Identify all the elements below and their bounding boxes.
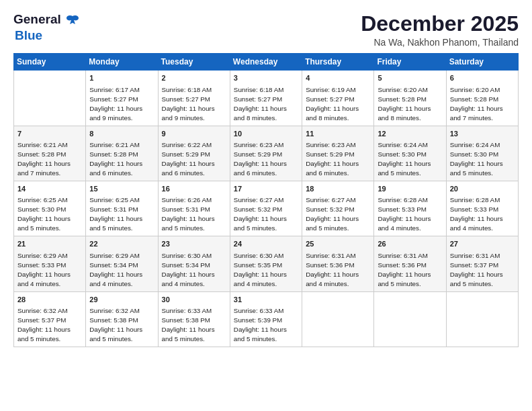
- day-number: 10: [234, 129, 298, 139]
- main-title: December 2025: [361, 12, 519, 36]
- calendar-cell: 19Sunrise: 6:28 AMSunset: 5:33 PMDayligh…: [374, 181, 446, 236]
- cell-info: Sunrise: 6:27 AMSunset: 5:32 PMDaylight:…: [306, 196, 359, 232]
- day-number: 5: [378, 73, 442, 83]
- day-number: 16: [162, 184, 226, 194]
- page: General Blue December 2025 Na Wa, Nakhon…: [0, 0, 532, 411]
- day-number: 18: [306, 184, 370, 194]
- day-header-monday: Monday: [86, 54, 158, 71]
- day-number: 23: [162, 239, 226, 249]
- day-number: 9: [162, 129, 226, 139]
- day-number: 20: [450, 184, 515, 194]
- day-header-saturday: Saturday: [446, 54, 518, 71]
- calendar-cell: 29Sunrise: 6:32 AMSunset: 5:38 PMDayligh…: [86, 291, 158, 347]
- day-number: 2: [162, 73, 226, 83]
- cell-info: Sunrise: 6:28 AMSunset: 5:33 PMDaylight:…: [378, 196, 431, 232]
- cell-info: Sunrise: 6:18 AMSunset: 5:27 PMDaylight:…: [162, 86, 215, 122]
- calendar-cell: 25Sunrise: 6:31 AMSunset: 5:36 PMDayligh…: [302, 236, 374, 291]
- calendar-cell: 3Sunrise: 6:18 AMSunset: 5:27 PMDaylight…: [230, 71, 302, 126]
- day-header-tuesday: Tuesday: [158, 54, 230, 71]
- day-number: 22: [89, 239, 154, 249]
- calendar-cell: 16Sunrise: 6:26 AMSunset: 5:31 PMDayligh…: [158, 181, 230, 236]
- calendar-cell: 11Sunrise: 6:23 AMSunset: 5:29 PMDayligh…: [302, 126, 374, 181]
- cell-info: Sunrise: 6:29 AMSunset: 5:33 PMDaylight:…: [17, 252, 71, 287]
- subtitle: Na Wa, Nakhon Phanom, Thailand: [361, 37, 519, 48]
- cell-info: Sunrise: 6:28 AMSunset: 5:33 PMDaylight:…: [450, 196, 503, 232]
- header-row: SundayMondayTuesdayWednesdayThursdayFrid…: [14, 54, 519, 71]
- day-number: 21: [17, 239, 82, 249]
- day-number: 15: [89, 184, 154, 194]
- cell-info: Sunrise: 6:25 AMSunset: 5:30 PMDaylight:…: [17, 196, 71, 232]
- week-row-4: 21Sunrise: 6:29 AMSunset: 5:33 PMDayligh…: [14, 236, 519, 291]
- cell-info: Sunrise: 6:32 AMSunset: 5:38 PMDaylight:…: [89, 307, 142, 342]
- calendar-cell: 31Sunrise: 6:33 AMSunset: 5:39 PMDayligh…: [230, 291, 302, 347]
- day-number: 19: [378, 184, 442, 194]
- calendar-cell: 13Sunrise: 6:24 AMSunset: 5:30 PMDayligh…: [446, 126, 518, 181]
- calendar-cell: 12Sunrise: 6:24 AMSunset: 5:30 PMDayligh…: [374, 126, 446, 181]
- calendar-cell: 5Sunrise: 6:20 AMSunset: 5:28 PMDaylight…: [374, 71, 446, 126]
- day-header-sunday: Sunday: [14, 54, 86, 71]
- logo-blue: Blue: [15, 28, 42, 42]
- calendar-cell: [374, 291, 446, 347]
- calendar-cell: 1Sunrise: 6:17 AMSunset: 5:27 PMDaylight…: [86, 71, 158, 126]
- cell-info: Sunrise: 6:19 AMSunset: 5:27 PMDaylight:…: [306, 86, 359, 122]
- cell-info: Sunrise: 6:32 AMSunset: 5:37 PMDaylight:…: [17, 307, 71, 342]
- week-row-1: 1Sunrise: 6:17 AMSunset: 5:27 PMDaylight…: [14, 71, 519, 126]
- day-number: 29: [89, 295, 154, 305]
- cell-info: Sunrise: 6:20 AMSunset: 5:28 PMDaylight:…: [378, 86, 431, 122]
- cell-info: Sunrise: 6:25 AMSunset: 5:31 PMDaylight:…: [89, 196, 142, 232]
- day-number: 13: [450, 129, 515, 139]
- logo: General Blue: [13, 12, 80, 43]
- cell-info: Sunrise: 6:24 AMSunset: 5:30 PMDaylight:…: [378, 141, 431, 177]
- calendar-cell: 10Sunrise: 6:23 AMSunset: 5:29 PMDayligh…: [230, 126, 302, 181]
- cell-info: Sunrise: 6:30 AMSunset: 5:35 PMDaylight:…: [234, 252, 287, 287]
- cell-info: Sunrise: 6:30 AMSunset: 5:34 PMDaylight:…: [162, 252, 215, 287]
- calendar-cell: 22Sunrise: 6:29 AMSunset: 5:34 PMDayligh…: [86, 236, 158, 291]
- calendar-cell: 4Sunrise: 6:19 AMSunset: 5:27 PMDaylight…: [302, 71, 374, 126]
- day-number: 12: [378, 129, 442, 139]
- day-number: 8: [89, 129, 154, 139]
- title-section: December 2025 Na Wa, Nakhon Phanom, Thai…: [361, 12, 519, 48]
- logo-general: General: [13, 12, 61, 26]
- day-number: 27: [450, 239, 515, 249]
- calendar-cell: 2Sunrise: 6:18 AMSunset: 5:27 PMDaylight…: [158, 71, 230, 126]
- cell-info: Sunrise: 6:26 AMSunset: 5:31 PMDaylight:…: [162, 196, 215, 232]
- logo-bird-icon: [65, 13, 80, 28]
- day-header-thursday: Thursday: [302, 54, 374, 71]
- day-number: 17: [234, 184, 298, 194]
- calendar-cell: 21Sunrise: 6:29 AMSunset: 5:33 PMDayligh…: [14, 236, 86, 291]
- day-number: 1: [89, 73, 154, 83]
- day-header-friday: Friday: [374, 54, 446, 71]
- week-row-5: 28Sunrise: 6:32 AMSunset: 5:37 PMDayligh…: [14, 291, 519, 347]
- day-number: 24: [234, 239, 298, 249]
- day-number: 6: [450, 73, 515, 83]
- week-row-3: 14Sunrise: 6:25 AMSunset: 5:30 PMDayligh…: [14, 181, 519, 236]
- cell-info: Sunrise: 6:33 AMSunset: 5:38 PMDaylight:…: [162, 307, 215, 342]
- calendar-cell: [302, 291, 374, 347]
- calendar-cell: 15Sunrise: 6:25 AMSunset: 5:31 PMDayligh…: [86, 181, 158, 236]
- cell-info: Sunrise: 6:17 AMSunset: 5:27 PMDaylight:…: [89, 86, 142, 122]
- cell-info: Sunrise: 6:31 AMSunset: 5:36 PMDaylight:…: [378, 252, 431, 287]
- day-number: 14: [17, 184, 82, 194]
- cell-info: Sunrise: 6:23 AMSunset: 5:29 PMDaylight:…: [234, 141, 287, 177]
- cell-info: Sunrise: 6:31 AMSunset: 5:36 PMDaylight:…: [306, 252, 359, 287]
- calendar-cell: 7Sunrise: 6:21 AMSunset: 5:28 PMDaylight…: [14, 126, 86, 181]
- cell-info: Sunrise: 6:21 AMSunset: 5:28 PMDaylight:…: [17, 141, 71, 177]
- day-number: 11: [306, 129, 370, 139]
- cell-info: Sunrise: 6:27 AMSunset: 5:32 PMDaylight:…: [234, 196, 287, 232]
- calendar-cell: 24Sunrise: 6:30 AMSunset: 5:35 PMDayligh…: [230, 236, 302, 291]
- cell-info: Sunrise: 6:20 AMSunset: 5:28 PMDaylight:…: [450, 86, 503, 122]
- calendar-cell: [446, 291, 518, 347]
- calendar-cell: 30Sunrise: 6:33 AMSunset: 5:38 PMDayligh…: [158, 291, 230, 347]
- calendar-cell: 28Sunrise: 6:32 AMSunset: 5:37 PMDayligh…: [14, 291, 86, 347]
- calendar-cell: 18Sunrise: 6:27 AMSunset: 5:32 PMDayligh…: [302, 181, 374, 236]
- calendar-cell: 26Sunrise: 6:31 AMSunset: 5:36 PMDayligh…: [374, 236, 446, 291]
- cell-info: Sunrise: 6:29 AMSunset: 5:34 PMDaylight:…: [89, 252, 142, 287]
- day-number: 3: [234, 73, 298, 83]
- calendar-cell: 27Sunrise: 6:31 AMSunset: 5:37 PMDayligh…: [446, 236, 518, 291]
- day-header-wednesday: Wednesday: [230, 54, 302, 71]
- calendar-cell: 17Sunrise: 6:27 AMSunset: 5:32 PMDayligh…: [230, 181, 302, 236]
- calendar-cell: [14, 71, 86, 126]
- day-number: 4: [306, 73, 370, 83]
- day-number: 30: [162, 295, 226, 305]
- calendar-cell: 6Sunrise: 6:20 AMSunset: 5:28 PMDaylight…: [446, 71, 518, 126]
